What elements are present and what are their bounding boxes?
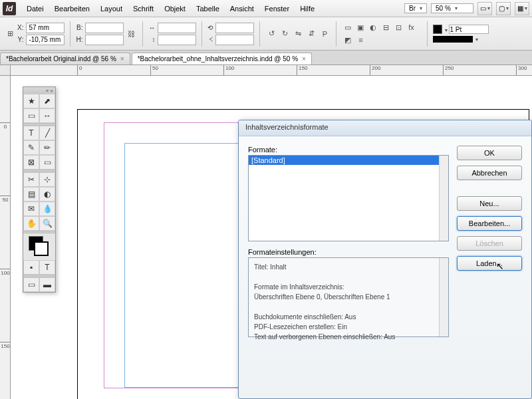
rectangle-frame-tool[interactable]: ⊠	[23, 155, 39, 170]
menu-datei[interactable]: Datei	[21, 5, 49, 13]
menu-bar: Id Datei Bearbeiten Layout Schrift Objek…	[0, 0, 532, 17]
tools-panel[interactable]: « × ★ ⬈ ▭ ↔ T ╱ ✎ ✏ ⊠ ▭ ✂ ⊹ ▤ ◐ ✉ 💧 ✋ 🔍 …	[23, 86, 56, 293]
dialog-title: Inhaltsverzeichnisformate	[239, 120, 531, 136]
ruler-tick: 0	[77, 65, 82, 76]
wrap-bound-icon[interactable]: ▣	[354, 21, 366, 33]
edit-button[interactable]: Bearbeiten...	[457, 216, 522, 231]
gradient-feather-tool[interactable]: ◐	[39, 187, 55, 201]
tab-label: *Bachelorarbeit_ohne_Inhaltsverzeichnis.…	[138, 55, 298, 63]
scale-x-input[interactable]	[158, 23, 196, 33]
scrollbar[interactable]	[439, 156, 448, 241]
menu-fenster[interactable]: Fenster	[259, 5, 295, 13]
corner-icon[interactable]: ◩	[342, 34, 354, 46]
stroke-style-dropdown[interactable]	[474, 35, 478, 43]
flip-h-icon[interactable]: ⇋	[292, 28, 304, 40]
shear-input[interactable]	[215, 35, 254, 45]
shear-icon: ⧼	[207, 36, 213, 43]
ruler-origin[interactable]	[0, 65, 11, 76]
close-icon[interactable]: ×	[120, 55, 124, 63]
free-transform-tool[interactable]: ⊹	[39, 172, 55, 187]
gap-tool[interactable]: ↔	[39, 108, 55, 123]
scale-y-input[interactable]	[158, 35, 196, 45]
ruler-tick: 100	[0, 269, 11, 276]
reference-point-icon[interactable]: ⊞	[4, 28, 16, 40]
selection-tool[interactable]: ★	[23, 94, 39, 108]
gradient-tool[interactable]: ▤	[23, 187, 39, 201]
effects-icon[interactable]: fx	[405, 21, 417, 33]
menu-ansicht[interactable]: Ansicht	[225, 5, 259, 13]
rotate-cw-icon[interactable]: ↻	[279, 28, 291, 40]
stroke-weight-input[interactable]	[449, 25, 489, 34]
stroke-style-preview[interactable]	[433, 36, 473, 43]
menu-objekt[interactable]: Objekt	[159, 5, 191, 13]
normal-view-icon[interactable]: ▭	[23, 277, 39, 292]
scissors-tool[interactable]: ✂	[23, 172, 39, 187]
new-button[interactable]: Neu...	[457, 196, 522, 211]
menu-schrift[interactable]: Schrift	[128, 5, 159, 13]
b-label: B:	[76, 24, 82, 31]
menu-layout[interactable]: Layout	[95, 5, 128, 13]
height-input[interactable]	[85, 35, 124, 45]
pen-tool[interactable]: ✎	[23, 140, 39, 155]
rotate-input[interactable]	[215, 23, 254, 33]
type-tool[interactable]: T	[23, 126, 39, 140]
vertical-ruler[interactable]: 0 50 100 150	[0, 76, 11, 399]
settings-line: Buchdokumente einschließen: Aus	[254, 312, 443, 322]
bridge-button[interactable]: Br	[404, 3, 427, 13]
fill-dropdown[interactable]	[444, 26, 448, 33]
h-label: H:	[76, 36, 82, 43]
preview-view-icon[interactable]: ▬	[39, 277, 55, 292]
apply-color-icon[interactable]: ▪	[23, 260, 39, 275]
menu-bearbeiten[interactable]: Bearbeiten	[49, 5, 95, 13]
rectangle-tool[interactable]: ▭	[39, 155, 55, 170]
flip-v-icon[interactable]: ⇵	[305, 28, 317, 40]
ok-button[interactable]: OK	[457, 146, 522, 160]
wrap-shape-icon[interactable]: ◐	[367, 21, 379, 33]
screen-mode-icon[interactable]: ▢	[496, 2, 511, 15]
fill-stroke-control[interactable]	[23, 233, 55, 260]
wrap-next-icon[interactable]: ⊡	[392, 21, 404, 33]
wrap-none-icon[interactable]: ▭	[342, 21, 354, 33]
settings-title: Titel: Inhalt	[254, 262, 443, 272]
settings-heading-list: Überschriften Ebene 0, Überschriften Ebe…	[254, 292, 443, 302]
load-button-label: Laden...	[476, 259, 503, 267]
rotate-ccw-icon[interactable]: ↺	[265, 28, 277, 40]
zoom-dropdown[interactable]: 50 %	[431, 3, 473, 13]
x-input[interactable]	[26, 23, 65, 33]
arrange-icon[interactable]: ▦	[515, 2, 529, 15]
close-icon[interactable]: ×	[302, 55, 306, 63]
formats-listbox[interactable]: [Standard]	[248, 155, 449, 241]
direct-selection-tool[interactable]: ⬈	[39, 94, 55, 108]
panel-grip[interactable]: « ×	[23, 87, 55, 94]
view-options-icon[interactable]: ▭	[477, 2, 492, 15]
list-item-standard[interactable]: [Standard]	[249, 156, 448, 165]
menu-tabelle[interactable]: Tabelle	[191, 5, 225, 13]
tab-ohne-inhaltsverzeichnis[interactable]: *Bachelorarbeit_ohne_Inhaltsverzeichnis.…	[132, 53, 312, 65]
constrain-icon[interactable]: ⛓	[125, 28, 137, 40]
tab-label: *Bachelorarbeit Original.indd @ 56 %	[6, 55, 116, 63]
cancel-button[interactable]: Abbrechen	[457, 166, 522, 180]
eyedropper-tool[interactable]: 💧	[39, 201, 55, 216]
hand-tool[interactable]: ✋	[23, 216, 39, 231]
ruler-tick: 100	[223, 65, 234, 76]
align-icon[interactable]: ≡	[354, 34, 366, 46]
wrap-jump-icon[interactable]: ⊟	[380, 21, 392, 33]
format-settings-box: Titel: Inhalt Formate im Inhaltsverzeich…	[248, 257, 449, 337]
pencil-tool[interactable]: ✏	[39, 140, 55, 155]
stroke-color[interactable]	[34, 241, 49, 256]
tab-original[interactable]: *Bachelorarbeit Original.indd @ 56 % ×	[0, 53, 130, 65]
formatting-text-icon[interactable]: T	[39, 260, 55, 275]
paragraph-icon[interactable]: P	[319, 28, 331, 40]
line-tool[interactable]: ╱	[39, 126, 55, 140]
fill-swatch[interactable]	[433, 25, 442, 34]
load-button[interactable]: Laden... ↖	[457, 256, 522, 271]
y-input[interactable]	[26, 35, 65, 45]
width-input[interactable]	[85, 23, 124, 33]
scrollbar[interactable]	[439, 258, 448, 336]
formats-label: Formate:	[248, 146, 449, 154]
zoom-tool[interactable]: 🔍	[39, 216, 55, 231]
page-tool[interactable]: ▭	[23, 108, 39, 123]
menu-hilfe[interactable]: Hilfe	[295, 5, 320, 13]
note-tool[interactable]: ✉	[23, 201, 39, 216]
horizontal-ruler[interactable]: 0 50 100 150 200 250 300	[11, 65, 532, 76]
